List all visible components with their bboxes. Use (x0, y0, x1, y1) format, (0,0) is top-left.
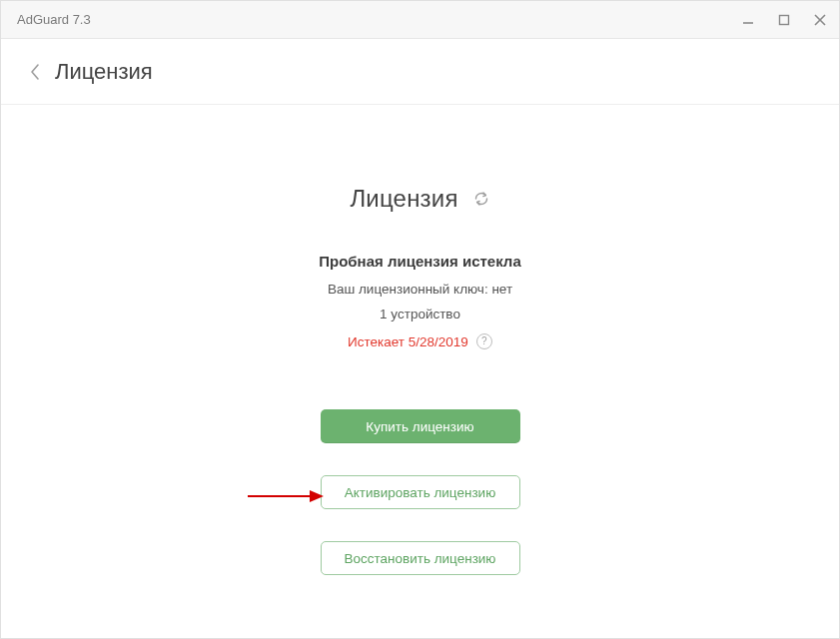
svg-rect-1 (780, 15, 789, 24)
window-controls (741, 13, 827, 27)
license-key-line: Ваш лицензионный ключ: нет (328, 282, 512, 297)
license-expiry-row: Истекает 5/28/2019 ? (348, 333, 492, 349)
license-device-line: 1 устройство (380, 307, 460, 321)
help-icon[interactable]: ? (476, 333, 492, 349)
maximize-icon[interactable] (777, 13, 791, 27)
button-stack: Купить лицензию Активировать лицензию Во… (321, 409, 520, 575)
back-button[interactable] (29, 63, 41, 81)
content-area: Лицензия Пробная лицензия истекла Ваш ли… (1, 105, 839, 575)
license-expiry: Истекает 5/28/2019 (348, 334, 468, 349)
section-title-row: Лицензия (350, 185, 489, 213)
restore-license-button[interactable]: Восстановить лицензию (321, 541, 520, 575)
section-title: Лицензия (350, 185, 457, 213)
titlebar: AdGuard 7.3 (1, 1, 839, 39)
activate-license-button[interactable]: Активировать лицензию (321, 475, 520, 509)
minimize-icon[interactable] (741, 13, 755, 27)
page-title: Лицензия (55, 59, 153, 85)
refresh-icon[interactable] (472, 190, 490, 208)
page-header: Лицензия (1, 39, 839, 105)
license-status-headline: Пробная лицензия истекла (319, 253, 520, 270)
buy-license-button[interactable]: Купить лицензию (321, 409, 520, 443)
window-title: AdGuard 7.3 (17, 12, 91, 27)
close-icon[interactable] (813, 13, 827, 27)
